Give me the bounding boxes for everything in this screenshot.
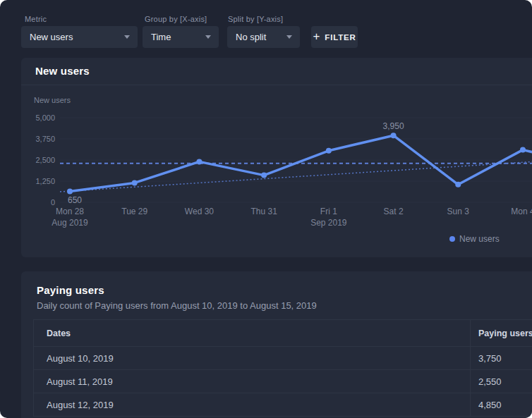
data-point-marker[interactable] [455, 182, 461, 188]
metric-value: New users [30, 32, 73, 42]
table-body: August 10, 20193,750August 11, 20192,550… [34, 347, 532, 417]
add-filter-button[interactable]: + FILTER [311, 26, 358, 48]
x-tick-label: Sat 2 [384, 207, 404, 216]
column-header-dates: Dates [34, 320, 470, 346]
cell-paying-users: 3,750 [470, 347, 532, 369]
point-value-label: 650 [68, 195, 82, 205]
chevron-down-icon [286, 35, 292, 39]
data-point-marker[interactable] [261, 173, 267, 178]
table-row: August 11, 20192,550 [34, 370, 532, 393]
trendline [60, 161, 532, 192]
metric-dropdown[interactable]: New users [21, 26, 138, 48]
point-value-label: 3,950 [383, 121, 404, 131]
y-tick-label: 3,750 [35, 135, 55, 143]
groupby-value: Time [151, 32, 171, 42]
metric-label: Metric [25, 15, 47, 23]
cell-paying-users: 2,550 [470, 370, 532, 393]
y-tick-label: 2,500 [35, 156, 55, 164]
x-tick-label: Tue 29 [121, 207, 147, 216]
data-point-marker[interactable] [67, 188, 73, 194]
data-point-marker[interactable] [391, 133, 397, 138]
x-tick-label: Fri 1 [320, 207, 337, 216]
data-point-marker[interactable] [132, 180, 138, 185]
new-users-chart-card: New users New users01,2502,5003,7505,000… [21, 58, 532, 257]
y-tick-label: 1,250 [35, 177, 55, 185]
splitby-label: Split by [Y-axis] [228, 15, 283, 23]
data-point-marker[interactable] [520, 147, 526, 153]
table-row: August 10, 20193,750 [34, 347, 532, 370]
table-header-row: Dates Paying users [34, 320, 532, 347]
cell-date: August 12, 2019 [34, 393, 470, 416]
chevron-down-icon [205, 35, 211, 39]
filter-button-label: FILTER [325, 33, 356, 42]
plus-icon: + [313, 30, 320, 42]
groupby-dropdown[interactable]: Time [143, 26, 219, 48]
column-header-paying-users: Paying users [470, 320, 532, 346]
x-tick-label: Sun 3 [447, 207, 470, 216]
splitby-dropdown[interactable]: No split [227, 26, 300, 48]
cell-paying-users: 4,850 [470, 393, 532, 416]
legend-label[interactable]: New users [459, 234, 500, 244]
x-tick-sublabel: Aug 2019 [52, 218, 88, 228]
line-chart[interactable]: New users01,2502,5003,7505,0006503,950Mo… [21, 58, 532, 257]
splitby-value: No split [236, 32, 266, 42]
x-tick-sublabel: Sep 2019 [310, 218, 347, 228]
data-point-marker[interactable] [326, 148, 332, 154]
cell-date: August 11, 2019 [34, 370, 470, 393]
chevron-down-icon [124, 35, 130, 39]
x-tick-label: Wed 30 [185, 207, 214, 216]
paying-users-table-card: Paying users Daily count of Paying users… [21, 271, 532, 418]
table-card-subtitle: Daily count of Paying users from August … [37, 300, 317, 311]
cell-date: August 10, 2019 [34, 347, 470, 369]
y-tick-label: 0 [51, 198, 55, 207]
legend-dot-icon [449, 236, 455, 242]
table-row: August 12, 20194,850 [34, 393, 532, 417]
data-point-marker[interactable] [196, 159, 202, 164]
table-card-title: Paying users [37, 284, 104, 296]
x-tick-label: Mon 4 [511, 207, 532, 216]
x-tick-label: Mon 28 [56, 207, 84, 216]
paying-users-table: Dates Paying users August 10, 20193,750A… [33, 319, 532, 417]
x-tick-label: Thu 31 [250, 207, 277, 216]
y-tick-label: 5,000 [35, 113, 55, 122]
groupby-label: Group by [X-axis] [145, 15, 207, 23]
analytics-dashboard: Metric New users Group by [X-axis] Time … [0, 0, 532, 418]
y-axis-title: New users [34, 96, 71, 104]
